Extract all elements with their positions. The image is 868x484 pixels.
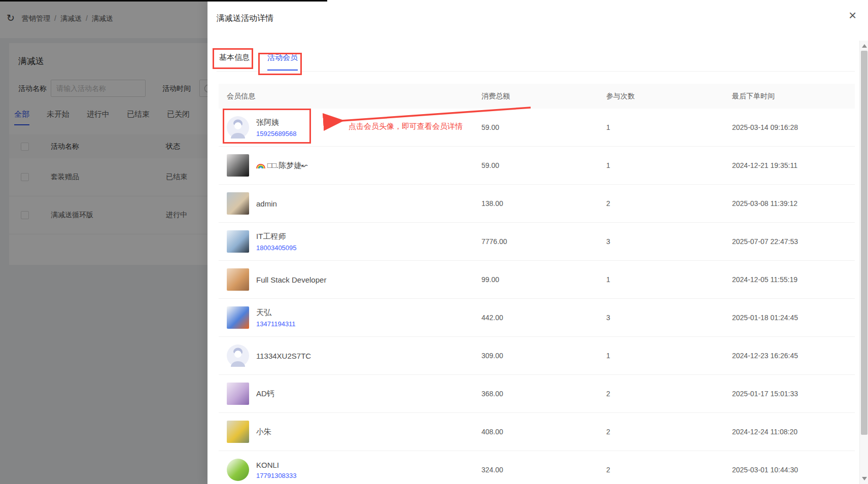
member-row: 天弘13471194311442.0032025-01-18 01:24:45	[219, 299, 855, 337]
column-header: 参与次数	[606, 92, 635, 101]
member-name-block: Full Stack Developer	[256, 275, 326, 284]
member-name: IT工程师	[256, 232, 297, 241]
member-total: 59.00	[481, 123, 499, 131]
column-header: 最后下单时间	[732, 92, 775, 101]
member-info-cell: Full Stack Developer	[227, 268, 326, 291]
member-last-order: 2025-03-01 10:44:30	[732, 466, 798, 474]
member-last-order: 2025-07-07 22:47:53	[732, 237, 798, 246]
drawer-tabs: 基本信息 活动会员	[217, 49, 855, 72]
member-count: 1	[606, 352, 610, 360]
member-avatar[interactable]	[227, 306, 249, 329]
member-info-cell: 11334XU2S7TC	[227, 344, 311, 367]
member-avatar[interactable]	[227, 230, 249, 253]
member-row: 11334XU2S7TC309.0012024-12-23 16:26:45	[219, 337, 855, 375]
column-header: 会员信息	[227, 92, 255, 101]
member-last-order: 2024-12-23 16:26:45	[732, 352, 798, 360]
member-name: admin	[256, 199, 277, 208]
rainbow-icon	[256, 161, 265, 170]
member-name: 天弘	[256, 308, 296, 318]
member-name: KONLI	[256, 461, 297, 469]
member-name: 张阿姨	[256, 118, 297, 127]
member-info-cell: □□.陈梦婕↜	[227, 154, 308, 177]
member-avatar[interactable]	[227, 154, 249, 177]
annotation-text: 点击会员头像，即可查看会员详情	[349, 122, 463, 131]
member-total: 408.00	[481, 428, 503, 436]
member-last-order: 2024-12-05 11:55:19	[732, 275, 797, 284]
tab-basic-info[interactable]: 基本信息	[219, 53, 250, 71]
member-total: 7776.00	[481, 237, 507, 246]
member-info-cell: 小朱	[227, 421, 271, 443]
member-total: 59.00	[481, 161, 499, 169]
member-count: 3	[606, 237, 610, 246]
drawer-scrollbar[interactable]	[859, 41, 868, 484]
member-last-order: 2025-03-08 11:39:12	[732, 199, 797, 208]
member-total: 309.00	[481, 352, 503, 360]
member-info-cell: AD钙	[227, 383, 274, 405]
member-avatar[interactable]	[227, 383, 249, 405]
member-last-order: 2024-12-21 19:35:11	[732, 161, 797, 169]
member-name-block: 天弘13471194311	[256, 308, 296, 328]
member-info-cell: IT工程师18003405095	[227, 230, 297, 253]
member-row: IT工程师180034050957776.0032025-07-07 22:47…	[219, 223, 855, 261]
scroll-up-icon[interactable]	[862, 44, 867, 48]
member-name-block: KONLI17791308333	[256, 461, 297, 479]
member-row: □□.陈梦婕↜59.0012024-12-21 19:35:11	[219, 147, 855, 185]
member-name: 11334XU2S7TC	[256, 352, 311, 360]
member-phone-link[interactable]: 17791308333	[256, 472, 297, 479]
member-name-block: AD钙	[256, 389, 274, 399]
tab-activity-members[interactable]: 活动会员	[267, 53, 298, 71]
member-total: 442.00	[481, 314, 503, 322]
member-phone-link[interactable]: 15925689568	[256, 130, 297, 137]
member-count: 2	[606, 390, 610, 398]
member-name: Full Stack Developer	[256, 275, 326, 284]
member-info-cell: 张阿姨15925689568	[227, 116, 297, 139]
members-table-header: 会员信息 消费总额 参与次数 最后下单时间	[219, 84, 855, 109]
member-row: Full Stack Developer99.0012024-12-05 11:…	[219, 261, 855, 299]
member-row: admin138.0022025-03-08 11:39:12	[219, 185, 855, 223]
member-info-cell: KONLI17791308333	[227, 459, 297, 481]
drawer-title: 满减送活动详情	[217, 13, 273, 24]
member-row: 张阿姨1592568956859.0012025-03-14 09:16:28	[219, 109, 855, 147]
member-row: AD钙368.0022025-01-17 15:01:33	[219, 375, 855, 413]
member-name-block: 张阿姨15925689568	[256, 118, 297, 137]
column-header: 消费总额	[481, 92, 510, 101]
member-count: 1	[606, 275, 610, 284]
member-count: 2	[606, 199, 610, 208]
member-name-block: IT工程师18003405095	[256, 232, 297, 252]
window-top-strip	[0, 0, 327, 2]
member-avatar[interactable]	[227, 268, 249, 291]
member-count: 1	[606, 123, 610, 131]
modal-mask[interactable]	[0, 0, 207, 484]
member-last-order: 2024-12-24 11:08:20	[732, 428, 797, 436]
member-count: 2	[606, 466, 610, 474]
member-avatar[interactable]	[227, 192, 249, 215]
member-avatar[interactable]	[227, 459, 249, 481]
member-name: 小朱	[256, 427, 271, 437]
member-phone-link[interactable]: 18003405095	[256, 244, 297, 252]
member-total: 324.00	[481, 466, 503, 474]
member-count: 1	[606, 161, 610, 169]
member-count: 3	[606, 314, 610, 322]
member-row: KONLI17791308333324.0022025-03-01 10:44:…	[219, 451, 855, 484]
member-avatar[interactable]	[227, 344, 249, 367]
member-total: 138.00	[481, 199, 503, 208]
member-avatar[interactable]	[227, 421, 249, 443]
member-total: 99.00	[481, 275, 499, 284]
members-table: 会员信息 消费总额 参与次数 最后下单时间 张阿姨1592568956859.0…	[219, 84, 855, 484]
member-count: 2	[606, 428, 610, 436]
activity-detail-drawer: 满减送活动详情 × 基本信息 活动会员 会员信息 消费总额 参与次数 最后下单时…	[207, 0, 868, 484]
scrollbar-thumb[interactable]	[861, 51, 867, 435]
member-info-cell: 天弘13471194311	[227, 306, 296, 329]
member-row: 小朱408.0022024-12-24 11:08:20	[219, 413, 855, 451]
member-name: AD钙	[256, 389, 274, 399]
member-info-cell: admin	[227, 192, 277, 215]
member-phone-link[interactable]: 13471194311	[256, 320, 296, 328]
member-name-block: 11334XU2S7TC	[256, 352, 311, 360]
member-total: 368.00	[481, 390, 503, 398]
member-name-block: admin	[256, 199, 277, 208]
close-icon[interactable]: ×	[849, 9, 856, 22]
member-last-order: 2025-01-18 01:24:45	[732, 314, 798, 322]
member-avatar[interactable]	[227, 116, 249, 139]
scroll-down-icon[interactable]	[862, 477, 867, 480]
member-last-order: 2025-03-14 09:16:28	[732, 123, 798, 131]
